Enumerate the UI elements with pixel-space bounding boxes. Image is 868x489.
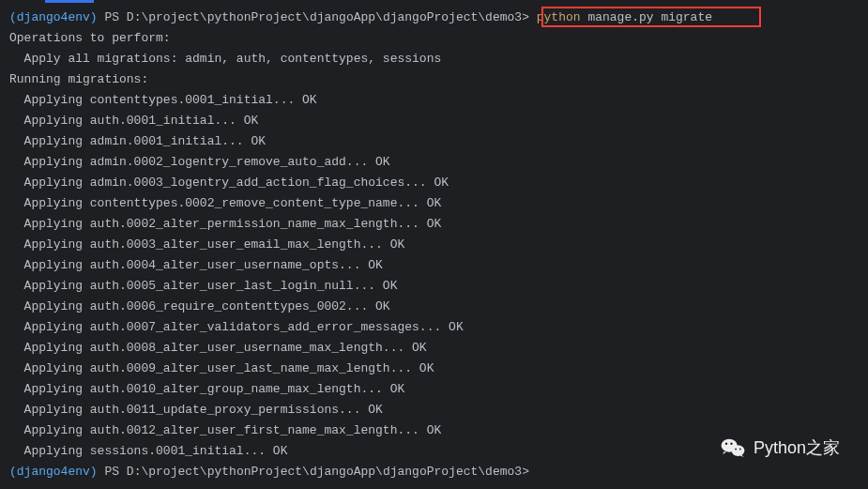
output-line: Applying admin.0003_logentry_add_action_…	[9, 173, 859, 193]
svg-point-4	[735, 449, 737, 451]
cwd-path: D:\project\pythonProject\djangoApp\djang…	[127, 465, 522, 479]
shell-name: PS	[104, 465, 119, 479]
output-line: Applying contenttypes.0002_remove_conten…	[9, 193, 859, 214]
command-args: manage.py migrate	[587, 10, 712, 24]
active-tab-indicator	[45, 0, 94, 3]
svg-point-5	[739, 449, 741, 451]
terminal-pane[interactable]: (django4env) PS D:\project\pythonProject…	[0, 0, 868, 489]
output-line: Applying auth.0011_update_proxy_permissi…	[9, 400, 859, 420]
output-line: Applying admin.0001_initial... OK	[9, 131, 859, 152]
output-line: Applying contenttypes.0001_initial... OK	[9, 90, 859, 111]
cwd-path: D:\project\pythonProject\djangoApp\djang…	[127, 10, 522, 24]
svg-point-2	[725, 443, 727, 445]
prompt-line-1: (django4env) PS D:\project\pythonProject…	[9, 8, 859, 28]
output-line: Applying auth.0005_alter_user_last_login…	[9, 276, 859, 297]
output-line: Applying auth.0003_alter_user_email_max_…	[9, 235, 859, 255]
prompt-line-2[interactable]: (django4env) PS D:\project\pythonProject…	[9, 462, 859, 482]
output-line: Running migrations:	[9, 69, 859, 90]
terminal-output: Operations to perform: Apply all migrati…	[9, 28, 859, 462]
wechat-icon	[720, 435, 746, 461]
watermark: Python之家	[720, 435, 840, 461]
prompt-caret: >	[522, 10, 529, 24]
svg-point-3	[730, 443, 732, 445]
output-line: Applying auth.0001_initial... OK	[9, 111, 859, 131]
output-line: Operations to perform:	[9, 28, 859, 49]
command-executable: python	[537, 10, 581, 24]
output-line: Applying auth.0008_alter_user_username_m…	[9, 338, 859, 359]
output-line: Applying auth.0006_require_contenttypes_…	[9, 297, 859, 317]
output-line: Applying auth.0002_alter_permission_name…	[9, 214, 859, 235]
venv-name: (django4env)	[9, 10, 98, 24]
watermark-text: Python之家	[754, 437, 840, 458]
shell-name: PS	[104, 10, 119, 24]
prompt-caret: >	[522, 465, 529, 479]
venv-name: (django4env)	[9, 465, 98, 479]
svg-point-1	[731, 445, 744, 456]
output-line: Applying auth.0009_alter_user_last_name_…	[9, 359, 859, 379]
output-line: Applying auth.0010_alter_group_name_max_…	[9, 379, 859, 400]
output-line: Applying auth.0007_alter_validators_add_…	[9, 317, 859, 338]
output-line: Apply all migrations: admin, auth, conte…	[9, 49, 859, 69]
output-line: Applying admin.0002_logentry_remove_auto…	[9, 152, 859, 173]
output-line: Applying auth.0004_alter_user_username_o…	[9, 255, 859, 276]
